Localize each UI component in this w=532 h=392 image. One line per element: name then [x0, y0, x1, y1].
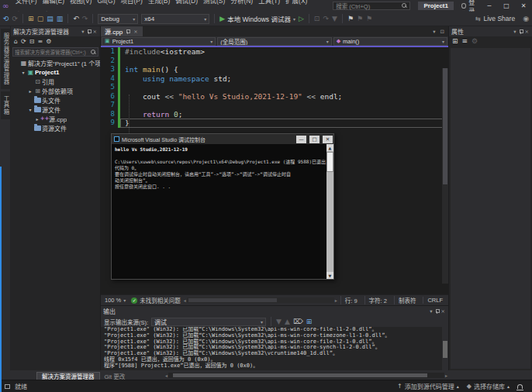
show-all-files-icon[interactable]: ≡ [37, 39, 43, 45]
next-bookmark-icon[interactable]: ⚑ [366, 15, 372, 22]
editor-vertical-scrollbar[interactable] [442, 68, 448, 284]
scroll-left-icon[interactable]: ◂ [184, 297, 186, 303]
split-window-icon[interactable]: ⊡ [440, 29, 445, 35]
code-line[interactable]: 1#include<iostream> [101, 47, 448, 57]
navigate-forward-icon[interactable]: ⟳ [12, 15, 19, 22]
console-close-button[interactable]: ✕ [323, 136, 333, 143]
scrollbar-thumb[interactable] [188, 298, 277, 302]
scrollbar-thumb[interactable] [173, 373, 427, 377]
code-line[interactable]: 9} [101, 119, 448, 128]
goto-message-icon[interactable]: ▲ [285, 318, 290, 325]
close-icon[interactable]: × [133, 29, 138, 35]
output-horizontal-scrollbar[interactable]: ◂ ▸ [165, 372, 447, 378]
minimize-button[interactable]: ─ [481, 0, 498, 12]
menu-item[interactable]: 工具(T) [256, 0, 283, 5]
active-files-dropdown-icon[interactable]: ▾ [432, 29, 436, 35]
output-source-dropdown[interactable]: 调试 ▾ [151, 318, 266, 326]
pin-icon[interactable] [87, 29, 91, 33]
word-wrap-icon[interactable]: ⊞ [306, 318, 313, 325]
code-line[interactable]: 3int main() { [101, 65, 448, 74]
window-position-icon[interactable]: ▾ [81, 29, 85, 35]
background-tasks-icon[interactable] [5, 384, 10, 389]
tree-item[interactable]: 头文件 [11, 95, 100, 105]
member-dropdown[interactable]: ◆ main() ▾ [333, 37, 447, 46]
clear-all-icon[interactable]: ⌦ [293, 318, 303, 325]
menu-item[interactable]: 调试(D) [173, 0, 201, 5]
save-all-icon[interactable]: ▥ [57, 15, 64, 22]
step-over-icon[interactable]: ↷ [323, 15, 329, 22]
select-repository-button[interactable]: ◆ 选择存储库 ▴ [467, 382, 510, 390]
home-icon[interactable]: ⌂ [14, 39, 18, 45]
debug-console-window[interactable]: Microsoft Visual Studio 调试控制台 — □ ✕ hell… [111, 133, 334, 280]
pin-icon[interactable] [519, 29, 523, 33]
start-without-debugging-icon[interactable]: ▷ [299, 15, 304, 22]
scroll-down-icon[interactable]: ▼ [326, 272, 333, 279]
console-output[interactable]: hello Vs Studio,2021-12-19 C:\Users\xuwe… [112, 144, 326, 279]
expander-icon[interactable]: ▸ [27, 88, 33, 94]
categorized-icon[interactable]: ⊞ [452, 38, 458, 45]
local-windows-debugger-button[interactable]: ▶ 本地 Windows 调试器 ▾ [219, 14, 295, 23]
save-icon[interactable]: ▤ [47, 15, 54, 22]
scroll-right-icon[interactable]: ▸ [335, 297, 337, 303]
console-scrollbar[interactable]: ▲ ▼ [326, 144, 333, 279]
console-title-bar[interactable]: Microsoft Visual Studio 调试控制台 — □ ✕ [112, 134, 333, 144]
console-minimize-button[interactable]: — [296, 136, 306, 143]
menu-item[interactable]: 项目(P) [118, 0, 145, 5]
scrollbar-thumb[interactable] [326, 152, 333, 172]
scrollbar-thumb[interactable] [443, 341, 447, 358]
code-line[interactable]: 5 [101, 83, 448, 92]
new-project-icon[interactable]: ⊞ [28, 15, 34, 22]
expander-icon[interactable]: ▾ [27, 107, 33, 112]
live-share-button[interactable]: ⇆ Live Share [475, 15, 515, 22]
scroll-right-icon[interactable]: ▸ [445, 373, 447, 378]
sync-icon[interactable]: ⟳ [21, 39, 26, 45]
property-pages-icon[interactable]: ⚙ [472, 38, 478, 45]
step-into-icon[interactable]: ▼ [332, 15, 337, 22]
close-icon[interactable]: × [92, 29, 98, 35]
redo-icon[interactable]: ↷ [82, 15, 88, 22]
editor-horizontal-scrollbar[interactable]: ◂ ▸ [184, 297, 337, 304]
tree-item[interactable]: ⊡引用 [11, 77, 100, 86]
close-icon[interactable]: × [440, 308, 446, 315]
solution-search-box[interactable]: 搜索解决方案资源管理器(Ctrl+;) [12, 47, 98, 57]
menu-item[interactable]: 生成(B) [145, 0, 172, 5]
tab-source-cpp[interactable]: 源.cpp × [101, 26, 143, 36]
menu-item[interactable]: 文件(F) [12, 0, 40, 5]
tree-item[interactable]: 资源文件 [11, 123, 100, 132]
menu-item[interactable]: Git(G) [95, 0, 118, 5]
bookmark-icon[interactable]: ⚑ [347, 15, 354, 22]
window-position-icon[interactable]: ▾ [513, 29, 516, 35]
output-log[interactable]: "Project1.exe" (Win32): 已加载“C:\Windows\S… [101, 327, 448, 370]
menu-item[interactable]: 编辑(E) [40, 0, 67, 5]
window-position-icon[interactable]: ▾ [429, 308, 433, 315]
expander-icon[interactable]: ▾ [20, 70, 26, 75]
navigate-back-icon[interactable]: ⟲ [3, 15, 9, 22]
code-line[interactable]: 4 using namespace std; [101, 74, 448, 84]
tree-item[interactable]: ▸⊞外部依赖项 [11, 86, 100, 95]
break-all-icon[interactable]: ⊡ [314, 15, 320, 22]
document-health-indicator[interactable]: ✓ 未找到相关问题 [131, 296, 181, 304]
tree-item[interactable]: ▦解决方案“Project1” (1 个项目/共 [11, 58, 100, 67]
notifications-bell-icon[interactable] [517, 384, 523, 389]
properties-icon[interactable]: ⚙ [46, 39, 51, 45]
type-scope-dropdown[interactable]: (全局范围) ▾ [217, 37, 331, 46]
menu-item[interactable]: 扩展(X) [283, 0, 310, 5]
console-maximize-button[interactable]: □ [309, 136, 320, 143]
alphabetical-icon[interactable]: ≡ [462, 38, 468, 45]
close-button[interactable]: ✕ [515, 0, 532, 12]
close-icon[interactable]: × [524, 29, 530, 35]
find-message-icon[interactable]: ▼ [276, 318, 282, 325]
code-line[interactable]: 6 cout << "hello Vs Studio,2021-12-19" <… [101, 92, 448, 101]
pin-icon[interactable] [126, 29, 130, 33]
code-line[interactable]: 7 [101, 101, 448, 110]
tree-item[interactable]: ▸++源.cpp [11, 114, 100, 123]
activity-tab[interactable]: 工具箱 [1, 91, 10, 119]
activity-tab[interactable]: 服务器资源管理器 [1, 29, 10, 89]
project-scope-dropdown[interactable]: ▣ Project1 ▾ [102, 37, 216, 46]
undo-icon[interactable]: ↶ [73, 15, 79, 22]
platform-dropdown[interactable]: x64 ▾ [141, 14, 209, 24]
menu-item[interactable]: 分析(N) [228, 0, 256, 5]
tree-item[interactable]: ▾源文件 [11, 105, 100, 114]
pin-icon[interactable] [435, 309, 439, 313]
tree-item[interactable]: ▾▣Project1 [11, 67, 100, 77]
